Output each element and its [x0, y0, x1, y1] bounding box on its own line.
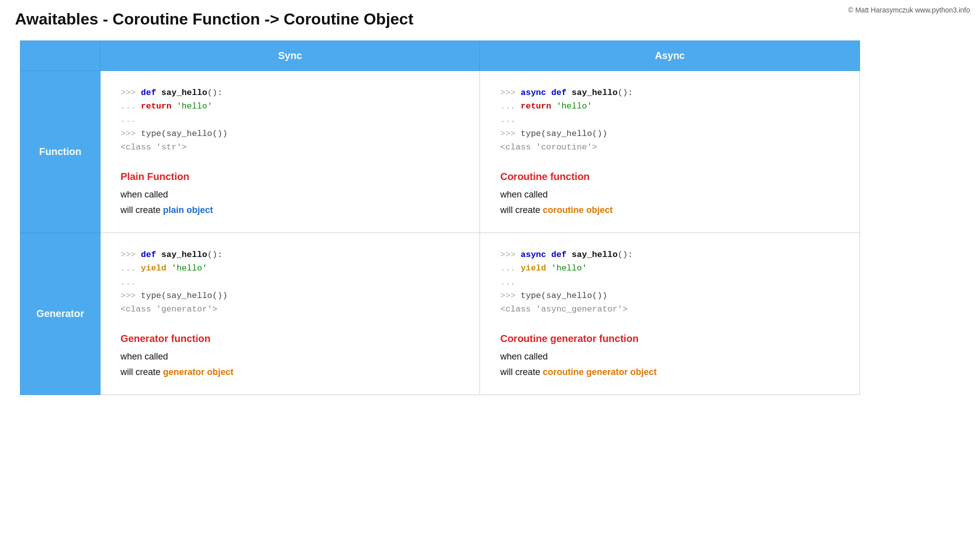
- copyright: © Matt Harasymczuk www.python3.info: [848, 6, 970, 14]
- sync-cell-0: >>> def say_hello():... return 'hello'..…: [100, 71, 480, 233]
- table-row: Function>>> def say_hello():... return '…: [20, 71, 860, 233]
- table-row: Generator>>> def say_hello():... yield '…: [20, 233, 860, 395]
- sync-cell-1: >>> def say_hello():... yield 'hello'...…: [100, 233, 480, 395]
- main-table: Sync Async Function>>> def say_hello():.…: [20, 40, 860, 395]
- row-label-generator: Generator: [20, 233, 100, 395]
- row-label-function: Function: [20, 71, 100, 233]
- page-title: Awaitables - Coroutine Function -> Corou…: [15, 10, 965, 28]
- header-sync: Sync: [100, 41, 480, 71]
- async-cell-0: >>> async def say_hello():... return 'he…: [480, 71, 860, 233]
- table-header-row: Sync Async: [20, 41, 860, 71]
- header-async: Async: [480, 41, 860, 71]
- async-cell-1: >>> async def say_hello():... yield 'hel…: [480, 233, 860, 395]
- header-empty: [20, 41, 100, 71]
